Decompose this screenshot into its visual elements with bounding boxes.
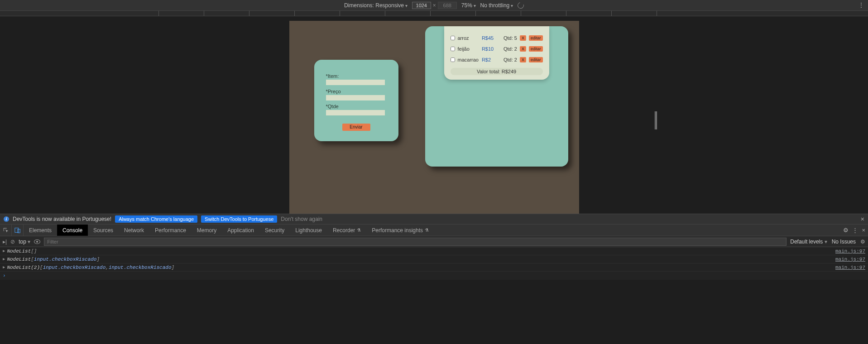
token-punc: ] [34, 248, 37, 254]
list-item: feijão R$10 Qtd: 2 X editar [451, 46, 543, 52]
price-input[interactable] [326, 95, 385, 100]
edit-button[interactable]: editar [529, 57, 543, 62]
token-class: input.checkboxRiscado [109, 265, 172, 270]
rotate-icon [517, 1, 525, 10]
tab-memory[interactable]: Memory [192, 225, 222, 236]
dimensions-label: Dimensions: Responsive [344, 2, 408, 9]
delete-button[interactable]: X [520, 57, 526, 62]
live-expression-button[interactable] [34, 239, 40, 244]
item-name: feijão [458, 46, 479, 52]
log-levels-dropdown[interactable]: Default levels [790, 239, 827, 245]
gear-icon[interactable]: ⚙ [860, 239, 865, 245]
beaker-icon: ⚗ [357, 228, 361, 233]
item-checkbox[interactable] [451, 36, 455, 40]
console-toolbar: ▸| ⊘ top Default levels No Issues ⚙ [0, 236, 868, 247]
dimension-separator: × [433, 2, 436, 9]
console-line[interactable]: ▶ NodeList [ ] main.js:97 [0, 247, 868, 255]
console-output: ▶ NodeList [ ] main.js:97 ▶ NodeList [ i… [0, 247, 868, 280]
viewport-resize-handle[interactable] [655, 111, 657, 129]
token-class: input.checkboxRiscado [34, 257, 97, 262]
clear-console-button[interactable]: ⊘ [10, 239, 15, 245]
token-punc: [ [31, 248, 34, 254]
dimensions-dropdown[interactable]: Dimensions: Responsive [344, 2, 408, 9]
inspect-element-button[interactable] [0, 225, 12, 236]
tab-pi-label: Performance insights [372, 227, 423, 234]
console-line[interactable]: ▶ NodeList(2) [ input.checkboxRiscado , … [0, 263, 868, 272]
source-link[interactable]: main.js:97 [835, 248, 865, 254]
token-type: NodeList [7, 257, 31, 262]
gear-icon[interactable]: ⚙ [843, 227, 849, 234]
zoom-dropdown[interactable]: 75% [461, 2, 476, 9]
close-icon[interactable]: × [862, 227, 865, 234]
console-line[interactable]: ▶ NodeList [ input.checkboxRiscado ] mai… [0, 255, 868, 263]
token-punc: [ [40, 265, 43, 270]
list-item: arroz R$45 Qtd: 5 X editar [451, 35, 543, 41]
dont-show-again-link[interactable]: Don't show again [281, 216, 322, 222]
qty-input[interactable] [326, 110, 385, 115]
tab-console[interactable]: Console [57, 225, 88, 236]
tab-recorder-label: Recorder [333, 227, 355, 234]
token-punc: [ [31, 257, 34, 262]
height-input[interactable] [438, 2, 457, 9]
rotate-button[interactable] [518, 2, 524, 9]
item-input[interactable] [326, 80, 385, 85]
device-toolbar-menu[interactable]: ⋮ [858, 2, 864, 8]
match-language-button[interactable]: Always match Chrome's language [115, 215, 197, 223]
source-link[interactable]: main.js:97 [835, 257, 865, 262]
issues-label[interactable]: No Issues [832, 239, 856, 245]
language-banner: i DevTools is now available in Portugues… [0, 214, 868, 225]
token-punc: ] [172, 265, 175, 270]
total-label: Valor total: R$249 [451, 68, 543, 75]
item-price: R$45 [482, 35, 497, 41]
tab-sources[interactable]: Sources [88, 225, 119, 236]
switch-language-button[interactable]: Switch DevTools to Portuguese [201, 215, 277, 223]
kebab-icon[interactable]: ⋮ [852, 227, 858, 234]
token-type: NodeList(2) [7, 265, 40, 270]
devtools-tab-bar: Elements Console Sources Network Perform… [0, 225, 868, 236]
delete-button[interactable]: X [520, 46, 526, 52]
source-link[interactable]: main.js:97 [835, 265, 865, 270]
close-icon[interactable]: × [861, 215, 864, 223]
device-icon [14, 227, 21, 234]
delete-button[interactable]: X [520, 35, 526, 41]
list-panel: arroz R$45 Qtd: 5 X editar feijão R$10 Q… [444, 26, 549, 80]
tab-performance-insights[interactable]: Performance insights⚗ [366, 225, 434, 236]
context-dropdown[interactable]: top [19, 239, 30, 245]
console-sidebar-toggle[interactable]: ▸| [3, 239, 7, 245]
token-punc: ] [96, 257, 100, 262]
item-qty: Qtd: 5 [500, 35, 517, 41]
tab-network[interactable]: Network [119, 225, 149, 236]
submit-button[interactable]: Enviar [342, 124, 370, 131]
item-label: *Item: [326, 73, 387, 79]
expand-icon[interactable]: ▶ [3, 265, 5, 270]
tab-performance[interactable]: Performance [149, 225, 192, 236]
tab-security[interactable]: Security [259, 225, 290, 236]
item-checkbox[interactable] [451, 57, 455, 62]
item-checkbox[interactable] [451, 47, 455, 51]
device-viewport-area: *Item: *Preço *Qtde Enviar arroz R$45 Qt… [0, 16, 868, 214]
expand-icon[interactable]: ▶ [3, 248, 5, 253]
toggle-device-button[interactable] [12, 225, 24, 236]
width-input[interactable] [412, 2, 431, 9]
expand-icon[interactable]: ▶ [3, 257, 5, 262]
list-item: macarrao R$2 Qtd: 2 X editar [451, 57, 543, 62]
throttling-dropdown[interactable]: No throttling [480, 2, 513, 9]
edit-button[interactable]: editar [529, 46, 543, 52]
device-toolbar: Dimensions: Responsive × 75% No throttli… [0, 0, 868, 11]
tab-recorder[interactable]: Recorder⚗ [327, 225, 366, 236]
tab-application[interactable]: Application [222, 225, 259, 236]
beaker-icon: ⚗ [425, 228, 429, 233]
zoom-label: 75% [461, 2, 476, 9]
rendered-page: *Item: *Preço *Qtde Enviar arroz R$45 Qt… [289, 21, 579, 214]
item-qty: Qtd: 2 [500, 57, 517, 62]
console-prompt[interactable]: › [0, 272, 868, 280]
info-icon: i [4, 216, 9, 222]
item-price: R$2 [482, 57, 497, 62]
prompt-caret-icon: › [3, 273, 6, 278]
edit-button[interactable]: editar [529, 35, 543, 41]
token-type: NodeList [7, 248, 31, 254]
list-card: arroz R$45 Qtd: 5 X editar feijão R$10 Q… [425, 26, 568, 167]
tab-lighthouse[interactable]: Lighthouse [290, 225, 327, 236]
console-filter-input[interactable] [44, 238, 786, 246]
tab-elements[interactable]: Elements [24, 225, 57, 236]
